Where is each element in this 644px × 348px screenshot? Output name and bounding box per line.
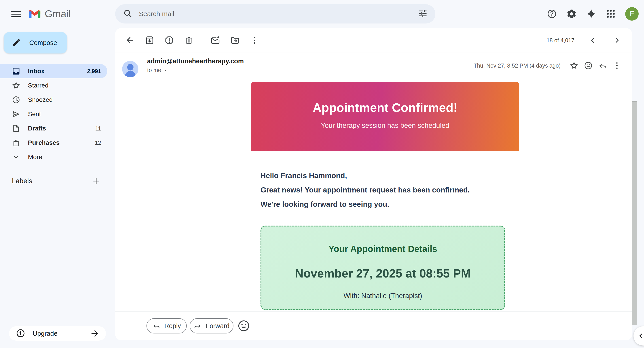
upgrade-badge-icon	[16, 328, 26, 339]
hamburger-icon	[11, 9, 21, 19]
clock-icon	[12, 95, 20, 104]
main-menu-button[interactable]	[10, 8, 23, 21]
sidebar-nav: Inbox 2,991 Starred Snoozed	[0, 64, 115, 164]
body-line-3: We're looking forward to seeing you.	[260, 197, 470, 211]
star-icon	[12, 81, 20, 90]
delete-button[interactable]	[182, 33, 196, 48]
emoji-reaction-button[interactable]	[581, 58, 596, 73]
apps-grid-icon[interactable]	[604, 7, 618, 21]
older-email-button[interactable]	[610, 33, 624, 48]
labels-section: Labels	[0, 174, 107, 188]
pencil-icon	[12, 38, 21, 48]
footer-divider	[115, 311, 632, 311]
details-title: Your Appointment Details	[262, 244, 504, 254]
search-options-icon[interactable]	[418, 9, 428, 19]
banner-subtitle: Your therapy session has been scheduled	[251, 122, 519, 130]
body-line-2: Great news! Your appointment request has…	[260, 183, 470, 197]
sidebar-item-snoozed[interactable]: Snoozed	[0, 93, 107, 107]
forward-arrow-icon	[194, 322, 202, 330]
sidebar-item-inbox[interactable]: Inbox 2,991	[0, 64, 107, 78]
add-reaction-button[interactable]	[236, 319, 251, 333]
sender-avatar[interactable]	[122, 61, 138, 77]
reply-button[interactable]: Reply	[146, 318, 187, 333]
toolbar-divider	[202, 36, 202, 45]
back-button[interactable]	[123, 33, 137, 48]
upgrade-label: Upgrade	[33, 330, 58, 337]
top-bar: Gmail	[0, 0, 644, 28]
gmail-logo: Gmail	[28, 6, 70, 22]
sidebar-item-more[interactable]: More	[0, 150, 107, 164]
side-panel-toggle[interactable]	[634, 326, 644, 345]
appointment-datetime: November 27, 2025 at 08:55 PM	[262, 266, 504, 280]
caret-down-icon	[163, 68, 168, 73]
sidebar-item-purchases[interactable]: Purchases 12	[0, 136, 107, 150]
reply-arrow-icon	[152, 322, 160, 330]
inbox-icon	[12, 67, 20, 76]
forward-button[interactable]: Forward	[190, 318, 234, 333]
message-more-button[interactable]	[610, 58, 624, 73]
gemini-icon[interactable]	[584, 7, 598, 21]
archive-button[interactable]	[142, 33, 157, 48]
appointment-details-box: Your Appointment Details November 27, 20…	[260, 226, 505, 310]
shopping-bag-icon	[12, 138, 20, 147]
pagination-label: 18 of 4,017	[546, 37, 574, 44]
email-toolbar: 18 of 4,017	[115, 28, 632, 53]
labels-header: Labels	[12, 177, 32, 185]
more-options-button[interactable]	[248, 33, 262, 48]
banner-title: Appointment Confirmed!	[251, 101, 519, 115]
email-body-text: Hello Francis Hammond, Great news! Your …	[260, 169, 470, 211]
drafts-count: 11	[95, 125, 101, 132]
chevron-down-icon	[12, 153, 20, 162]
inbox-count: 2,991	[87, 68, 101, 75]
sidebar-item-sent[interactable]: Sent	[0, 107, 107, 121]
smiley-icon	[237, 319, 250, 332]
help-button[interactable]	[545, 7, 559, 21]
sidebar-item-drafts[interactable]: Drafts 11	[0, 121, 107, 136]
account-avatar[interactable]: F	[624, 7, 639, 21]
send-icon	[12, 110, 20, 119]
email-date: Thu, Nov 27, 8:52 PM (4 days ago)	[474, 63, 560, 69]
upgrade-button[interactable]: Upgrade	[9, 326, 106, 340]
search-icon[interactable]	[123, 9, 132, 19]
purchases-count: 12	[95, 140, 101, 146]
move-to-button[interactable]	[228, 33, 242, 48]
gmail-wordmark: Gmail	[45, 8, 70, 20]
recipient-dropdown[interactable]: to me	[147, 67, 168, 73]
email-view-card: 18 of 4,017 admin@attune	[115, 28, 632, 340]
reply-forward-bar: Reply Forward	[115, 318, 632, 333]
star-message-button[interactable]	[567, 58, 581, 73]
newer-email-button[interactable]	[586, 33, 600, 48]
appointment-therapist: With: Nathalie (Therapist)	[262, 292, 504, 300]
create-label-button[interactable]	[90, 175, 102, 187]
sender-email: admin@attuneheartherapy.com	[147, 58, 244, 65]
sidebar: Compose Inbox 2,991 Starred	[0, 28, 115, 348]
email-header-meta: Thu, Nov 27, 8:52 PM (4 days ago)	[474, 58, 624, 73]
compose-button[interactable]: Compose	[4, 32, 67, 54]
reply-icon-button[interactable]	[596, 58, 610, 73]
mark-unread-button[interactable]	[208, 33, 222, 48]
search-input[interactable]	[138, 10, 418, 18]
compose-label: Compose	[29, 39, 57, 47]
scrollbar-thumb[interactable]	[632, 101, 637, 325]
draft-icon	[12, 124, 20, 133]
report-spam-button[interactable]	[162, 33, 176, 48]
search-bar[interactable]	[115, 4, 435, 24]
sidebar-item-starred[interactable]: Starred	[0, 78, 107, 93]
pagination-controls: 18 of 4,017	[546, 33, 632, 48]
greeting-line: Hello Francis Hammond,	[260, 169, 470, 183]
settings-button[interactable]	[564, 7, 579, 21]
chevron-left-icon	[637, 332, 644, 340]
arrow-right-icon	[90, 328, 100, 338]
email-header: admin@attuneheartherapy.com to me Thu, N…	[115, 54, 632, 83]
topbar-actions: F	[545, 3, 639, 25]
email-banner: Appointment Confirmed! Your therapy sess…	[251, 82, 519, 151]
gmail-m-icon	[28, 9, 41, 19]
